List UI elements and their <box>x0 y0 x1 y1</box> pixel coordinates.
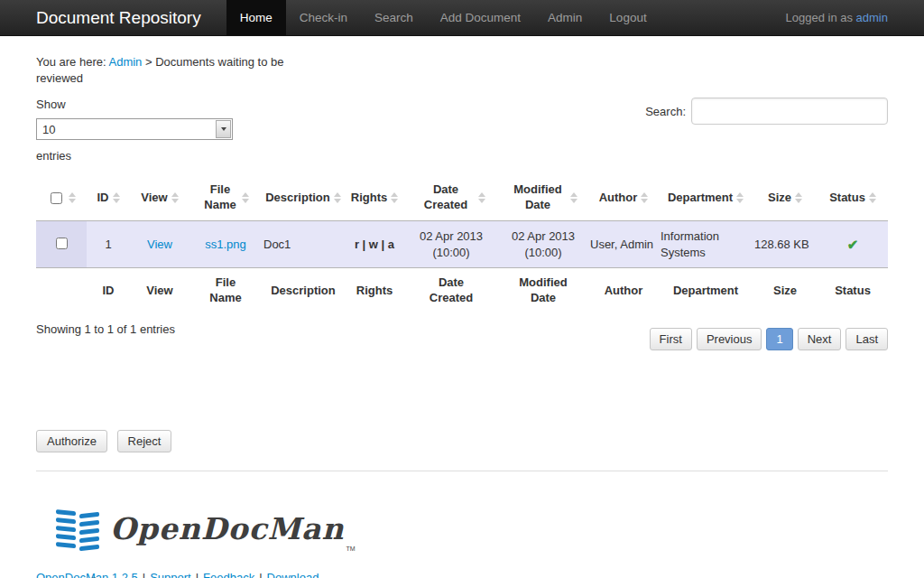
footer-header-description: Description <box>262 268 345 313</box>
footer-header-date-created: Date Created <box>404 268 498 313</box>
row-checkbox[interactable] <box>56 238 68 249</box>
app-title: Document Repository <box>0 0 226 35</box>
pagination-previous-button[interactable]: Previous <box>697 328 762 350</box>
pagination-page-1-button[interactable]: 1 <box>766 328 792 350</box>
footer-header-status: Status <box>818 268 888 313</box>
pagination-next-button[interactable]: Next <box>798 328 842 350</box>
row-size-cell: 128.68 KB <box>753 221 818 268</box>
row-view-cell: View <box>130 221 189 268</box>
trademark-symbol: TM <box>346 545 355 552</box>
column-header-date-created[interactable]: Date Created <box>404 175 498 220</box>
footer-header-author: Author <box>588 268 659 313</box>
nav-item-admin[interactable]: Admin <box>534 0 596 35</box>
sort-icons <box>171 192 179 203</box>
breadcrumb: You are here: Admin > Documents waiting … <box>36 54 307 87</box>
footer-header-id: ID <box>87 268 130 313</box>
column-header-department[interactable]: Department <box>659 175 753 220</box>
pagination-last-button[interactable]: Last <box>845 328 888 350</box>
row-description-cell: Doc1 <box>262 221 345 268</box>
pagination: First Previous 1 Next Last <box>645 328 888 350</box>
footer-download-link[interactable]: Download <box>267 571 319 578</box>
nav-item-add-document[interactable]: Add Document <box>427 0 534 35</box>
column-header-view[interactable]: View <box>130 175 189 220</box>
logged-in-status: Logged in as admin <box>786 0 924 35</box>
show-label: Show <box>36 98 233 111</box>
column-header-description[interactable]: Description <box>262 175 345 220</box>
authorize-button[interactable]: Authorize <box>36 430 107 452</box>
footer-header-view: View <box>130 268 189 313</box>
column-header-size[interactable]: Size <box>753 175 818 220</box>
pagination-first-button[interactable]: First <box>650 328 692 350</box>
row-file-name-cell: ss1.png <box>189 221 262 268</box>
footer-version-link[interactable]: OpenDocMan 1.2.5 <box>36 571 138 578</box>
sort-icons <box>391 192 398 203</box>
entries-label: entries <box>36 149 233 163</box>
sort-icons <box>795 192 802 203</box>
footer-feedback-link[interactable]: Feedback <box>203 571 254 578</box>
footer-links: OpenDocMan 1.2.5|Support|Feedback|Downlo… <box>36 571 319 578</box>
logo-wordmark: OpenDocMan <box>110 511 344 546</box>
footer-header-rights: Rights <box>345 268 404 313</box>
row-department-cell: Information Systems <box>659 221 753 268</box>
top-navbar: Document Repository Home Check-in Search… <box>0 0 924 36</box>
column-header-select-all[interactable] <box>36 175 87 220</box>
footer-header-department: Department <box>659 268 753 313</box>
breadcrumb-prefix: You are here: <box>36 55 108 69</box>
footer-support-link[interactable]: Support <box>150 571 191 578</box>
sort-icons <box>869 192 876 203</box>
table-row: 1 View ss1.png Doc1 r | w | a 02 Apr 201… <box>36 221 888 268</box>
row-rights-cell: r | w | a <box>345 221 404 268</box>
nav-item-home[interactable]: Home <box>226 0 286 35</box>
column-header-status[interactable]: Status <box>818 175 888 220</box>
row-date-created-cell: 02 Apr 2013 (10:00) <box>404 221 498 268</box>
logged-in-user-link[interactable]: admin <box>856 11 888 24</box>
sort-icons <box>478 192 485 203</box>
nav-item-check-in[interactable]: Check-in <box>286 0 361 35</box>
main-nav: Home Check-in Search Add Document Admin … <box>226 0 661 35</box>
file-name-link[interactable]: ss1.png <box>205 238 246 251</box>
breadcrumb-admin-link[interactable]: Admin <box>108 55 142 69</box>
row-status-cell: ✔ <box>818 221 888 268</box>
opendocman-logo: OpenDocMan TM <box>54 502 888 555</box>
sort-icons <box>736 192 744 203</box>
row-author-cell: User, Admin <box>588 221 659 268</box>
row-select-cell <box>36 221 87 268</box>
footer-header-modified-date: Modified Date <box>498 268 588 313</box>
table-header-row: ID View File Name Description Rights Dat… <box>36 175 888 220</box>
footer-select-column <box>36 268 87 313</box>
search-input[interactable] <box>691 98 888 125</box>
documents-table: ID View File Name Description Rights Dat… <box>36 175 888 313</box>
status-check-icon: ✔ <box>847 237 859 252</box>
open-book-icon <box>54 502 101 555</box>
footer-divider <box>36 471 888 471</box>
column-header-author[interactable]: Author <box>588 175 659 220</box>
row-modified-date-cell: 02 Apr 2013 (10:00) <box>498 221 588 268</box>
footer-header-file-name: File Name <box>189 268 262 313</box>
search-label: Search: <box>645 105 686 118</box>
sort-icons <box>334 192 341 203</box>
show-entries-select[interactable]: 10 <box>36 118 233 140</box>
chevron-down-icon <box>216 120 231 138</box>
nav-item-logout[interactable]: Logout <box>596 0 660 35</box>
row-id-cell: 1 <box>87 221 130 268</box>
breadcrumb-separator: > <box>142 55 155 69</box>
sort-icons <box>570 192 578 203</box>
sort-icons <box>113 192 120 203</box>
nav-item-search[interactable]: Search <box>361 0 427 35</box>
column-header-file-name[interactable]: File Name <box>189 175 262 220</box>
sort-icons <box>242 192 249 203</box>
show-entries-value: 10 <box>42 123 55 136</box>
column-header-modified-date[interactable]: Modified Date <box>498 175 588 220</box>
view-link[interactable]: View <box>147 238 172 251</box>
column-header-id[interactable]: ID <box>87 175 130 220</box>
table-footer-row: ID View File Name Description Rights Dat… <box>36 268 888 313</box>
logged-in-prefix: Logged in as <box>786 11 856 24</box>
sort-icons <box>641 192 648 203</box>
sort-icons <box>69 192 76 203</box>
select-all-checkbox[interactable] <box>51 192 62 204</box>
entries-summary: Showing 1 to 1 of 1 entries <box>36 322 175 336</box>
footer-header-size: Size <box>753 268 818 313</box>
column-header-rights[interactable]: Rights <box>345 175 404 220</box>
reject-button[interactable]: Reject <box>117 430 172 452</box>
